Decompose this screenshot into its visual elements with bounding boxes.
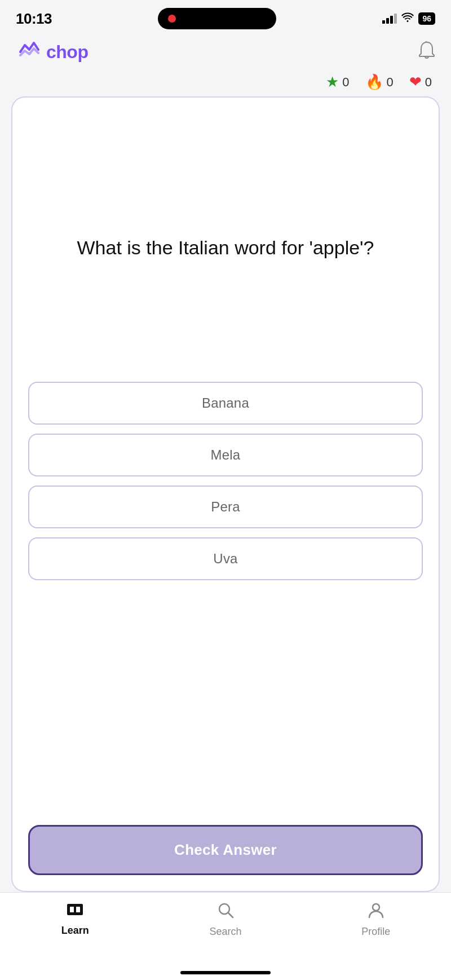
svg-rect-3 [74,904,76,915]
bottom-nav: Learn Search Profile [0,892,451,980]
quiz-option-banana[interactable]: Banana [28,382,423,425]
home-indicator [180,971,271,974]
app-header: chop [0,34,451,70]
wifi-icon [401,12,414,25]
nav-item-learn[interactable]: Learn [0,902,151,937]
main-content: What is the Italian word for 'apple'? Ba… [0,96,451,980]
quiz-option-uva[interactable]: Uva [28,537,423,580]
recording-indicator [168,15,176,23]
search-icon [217,902,234,922]
logo-icon [16,39,41,64]
profile-icon [368,902,384,922]
status-time: 10:13 [16,10,52,28]
logo: chop [16,39,88,64]
heart-stat: ❤ 0 [409,73,432,91]
quiz-question: What is the Italian word for 'apple'? [77,235,374,262]
svg-rect-1 [70,907,74,912]
stats-row: ★ 0 🔥 0 ❤ 0 [0,70,451,96]
quiz-question-area: What is the Italian word for 'apple'? [28,114,423,382]
flame-icon: 🔥 [365,73,383,91]
flame-count: 0 [387,75,393,90]
svg-line-5 [228,913,233,917]
battery-indicator: 96 [418,12,435,25]
quiz-card: What is the Italian word for 'apple'? Ba… [11,96,440,892]
status-icons: 96 [382,12,435,25]
check-answer-button[interactable]: Check Answer [28,825,423,875]
nav-item-profile[interactable]: Profile [300,902,451,938]
svg-point-6 [373,904,379,911]
quiz-option-mela[interactable]: Mela [28,434,423,476]
nav-item-search[interactable]: Search [151,902,301,938]
quiz-option-pera[interactable]: Pera [28,485,423,528]
dynamic-island [158,8,276,29]
logo-text: chop [46,42,88,63]
signal-icon [382,14,397,24]
star-count: 0 [342,75,349,90]
notification-bell-icon[interactable] [418,41,435,63]
svg-rect-2 [76,907,80,912]
quiz-options: Banana Mela Pera Uva [28,382,423,580]
search-label: Search [209,926,241,938]
learn-icon [66,902,84,921]
quiz-spacer [28,580,423,814]
profile-label: Profile [361,926,390,938]
heart-icon: ❤ [409,73,422,91]
flame-stat: 🔥 0 [365,73,393,91]
learn-label: Learn [61,925,89,937]
star-icon: ★ [326,73,339,91]
star-stat: ★ 0 [326,73,349,91]
heart-count: 0 [425,75,432,90]
status-bar: 10:13 96 [0,0,451,34]
